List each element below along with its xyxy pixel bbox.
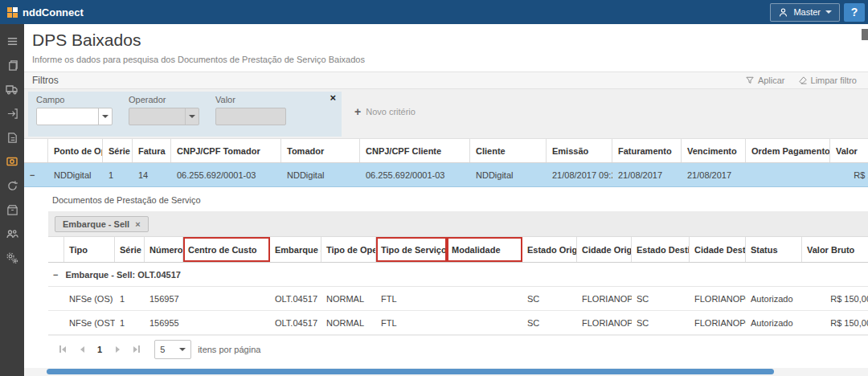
cell-status: Autorizado [746, 311, 802, 334]
cell-status: Autorizado [746, 287, 802, 310]
cell-estado-destino: SC [632, 311, 690, 334]
dps-row[interactable]: NFSe (OST) 1 156955 OLT.04517 NORMAL FTL… [48, 311, 868, 335]
column-header-ordem-pagamento[interactable]: Ordem Pagamento [746, 139, 830, 162]
column-header-fatura[interactable]: Fatura [133, 139, 171, 162]
cell-embarque: OLT.04517 [270, 287, 321, 310]
pager-first-button[interactable] [53, 341, 72, 358]
eraser-icon [798, 76, 808, 85]
group-row: − Embarque - Sell: OLT.04517 [48, 263, 868, 287]
campo-select[interactable] [36, 108, 113, 125]
documents-icon[interactable] [0, 53, 24, 77]
chevron-down-icon [825, 10, 832, 14]
column-header-status[interactable]: Status [746, 237, 802, 262]
cell-estado-origem: SC [522, 287, 577, 310]
horizontal-scrollbar[interactable] [24, 368, 868, 376]
pager-prev-button[interactable] [72, 341, 92, 358]
dps-icon[interactable] [0, 149, 24, 174]
page-title: DPS Baixados [32, 31, 868, 50]
settings-icon[interactable] [0, 246, 24, 270]
column-header-cidade-destino[interactable]: Cidade Desti... [690, 237, 746, 262]
collapse-row-icon[interactable]: − [30, 170, 35, 180]
cell-serie: 1 [115, 287, 145, 310]
column-header-emissao[interactable]: Emissão [547, 139, 612, 162]
export-icon[interactable] [0, 101, 24, 125]
page-size-value: 5 [160, 345, 165, 354]
new-criterion-label: Novo critério [366, 107, 416, 116]
filter-actions: Aplicar Limpar filtro [745, 76, 857, 85]
pager-next-button[interactable] [108, 341, 127, 358]
column-header-ponto[interactable]: Ponto de Ope... [48, 139, 103, 162]
column-header-tipo[interactable]: Tipo [64, 237, 115, 262]
invoice-icon[interactable] [0, 125, 24, 149]
pager: 1 5 itens por página [48, 335, 868, 362]
new-criterion-button[interactable]: + Novo critério [354, 107, 416, 116]
collapse-group-icon[interactable]: − [53, 270, 58, 280]
apply-filter-button[interactable]: Aplicar [745, 76, 785, 85]
per-page-label: itens por página [198, 345, 260, 354]
cell-serie: 1 [103, 163, 133, 186]
chevron-down-icon [185, 108, 199, 125]
cell-modalidade [447, 287, 522, 310]
column-header-tipo-servico-highlighted[interactable]: Tipo de Serviço [376, 237, 447, 262]
column-header-cliente[interactable]: Cliente [470, 139, 547, 162]
help-button[interactable]: ? [844, 3, 865, 22]
cell-cidade-destino: FLORIANOPO... [690, 287, 746, 310]
column-header-cidade-origem[interactable]: Cidade Orig... [577, 237, 632, 262]
cell-numero: 156957 [145, 287, 183, 310]
column-header-tomador[interactable]: Tomador [281, 139, 360, 162]
apply-filter-label: Aplicar [758, 76, 785, 85]
group-chip[interactable]: Embarque - Sell × [55, 216, 149, 232]
column-header-numero[interactable]: Número [145, 237, 183, 262]
cell-ponto: NDDigital [48, 163, 103, 186]
cell-tipo: NFSe (OST) [64, 311, 115, 334]
cell-estado-origem: SC [522, 311, 577, 334]
column-header-serie[interactable]: Série [115, 237, 145, 262]
cell-tipo-operacao: NORMAL [321, 287, 376, 310]
column-header-valor[interactable]: Valor [830, 139, 868, 162]
brand: nddConnect [7, 6, 84, 18]
pager-page-number[interactable]: 1 [92, 345, 108, 354]
users-icon[interactable] [0, 222, 24, 246]
column-header-embarque[interactable]: Embarque - ... [270, 237, 321, 262]
sync-icon[interactable] [0, 174, 24, 198]
column-header-estado-origem[interactable]: Estado Orig... [522, 237, 577, 262]
column-header-estado-destino[interactable]: Estado Desti... [632, 237, 690, 262]
vertical-scrollbar-thumb[interactable] [862, 29, 868, 40]
horizontal-scrollbar-thumb[interactable] [47, 369, 774, 374]
last-page-icon [133, 346, 137, 353]
column-header-faturamento[interactable]: Faturamento [612, 139, 682, 162]
cell-embarque: OLT.04517 [270, 311, 321, 334]
cell-tipo-operacao: NORMAL [321, 311, 376, 334]
user-menu-button[interactable]: Master [770, 3, 840, 22]
column-header-tipo-operacao[interactable]: Tipo de Ope... [321, 237, 376, 262]
cell-valor: R$ 150,00 [830, 163, 868, 186]
page-size-select[interactable]: 5 [154, 340, 191, 359]
cell-serie: 1 [115, 311, 145, 334]
dps-row[interactable]: NFSe (OS) 1 156957 OLT.04517 NORMAL FTL … [48, 287, 868, 311]
pager-last-button[interactable] [127, 341, 146, 358]
column-header-centro-de-custo-highlighted[interactable]: Centro de Custo [183, 237, 270, 262]
expander-column-header [24, 139, 48, 162]
operador-label: Operador [129, 95, 199, 104]
menu-icon[interactable] [0, 29, 24, 53]
chevron-down-icon[interactable] [98, 108, 112, 125]
column-header-modalidade-highlighted[interactable]: Modalidade [447, 237, 522, 262]
package-icon[interactable] [0, 198, 24, 222]
column-header-cnpj-tomador[interactable]: CNPJ/CPF Tomador [171, 139, 281, 162]
cell-tipo-servico: FTL [376, 311, 447, 334]
column-header-vencimento[interactable]: Vencimento [682, 139, 746, 162]
remove-criterion-icon[interactable]: × [330, 92, 336, 104]
column-header-cnpj-cliente[interactable]: CNPJ/CPF Cliente [360, 139, 470, 162]
cell-centro-de-custo [183, 311, 270, 334]
cell-faturamento: 21/08/2017 [612, 163, 682, 186]
column-header-valor-bruto[interactable]: Valor Bruto [802, 237, 868, 262]
cell-vencimento: 21/08/2017 [682, 163, 746, 186]
clear-filter-button[interactable]: Limpar filtro [798, 76, 857, 85]
invoice-row-selected[interactable]: − NDDigital 1 14 06.255.692/0001-03 NDDi… [24, 163, 868, 187]
column-header-serie[interactable]: Série [103, 139, 133, 162]
truck-icon[interactable] [0, 77, 24, 101]
detail-section: Documentos de Prestação de Serviço Embar… [24, 187, 868, 362]
cell-fatura: 14 [133, 163, 171, 186]
dps-grid: Tipo Série Número Centro de Custo Embarq… [48, 237, 868, 335]
remove-group-icon[interactable]: × [135, 219, 140, 229]
